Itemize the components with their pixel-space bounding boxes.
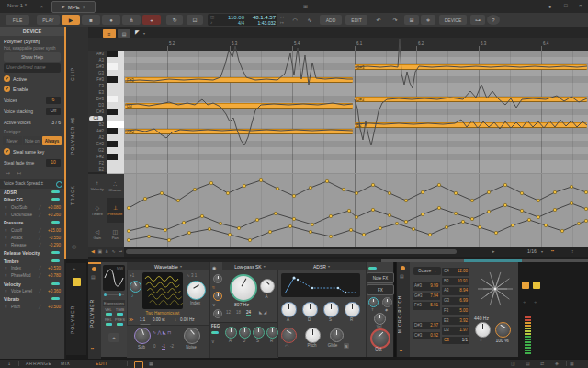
unison-icon[interactable]: ≫ xyxy=(129,316,133,322)
tab-track[interactable]: TRACK xyxy=(70,175,83,215)
mod-remove-icon[interactable]: × xyxy=(5,289,7,293)
osc-keytrack-icon[interactable]: ♪ xyxy=(131,293,134,298)
adsr-knob-A[interactable] xyxy=(281,302,297,317)
play-button[interactable]: ▶ xyxy=(62,15,80,25)
tempo-display[interactable]: 110.00 xyxy=(219,15,244,20)
status-right-icon-1[interactable]: ▤ xyxy=(526,361,530,366)
tuning-cell-A3[interactable]: A38.94 xyxy=(442,287,469,295)
position-bars-display[interactable]: 48.1.4.57 xyxy=(246,15,276,20)
pointer-tool-dropdown-icon[interactable]: ▾ xyxy=(143,31,145,36)
mod-amount-value[interactable]: +0.780 xyxy=(42,273,61,278)
expression-tab-chance[interactable]: ∴Chance xyxy=(107,174,125,198)
mod-curve-icon[interactable]: ╱ xyxy=(39,243,41,247)
edit-button[interactable]: EDIT xyxy=(345,15,368,25)
tuning-cell-C4[interactable]: C412.00 xyxy=(442,268,469,276)
automation-follow-icon[interactable]: ∿ xyxy=(303,15,316,25)
lane-tool-icon-4[interactable]: ↦ xyxy=(119,248,122,254)
view-button-mix[interactable]: MIX xyxy=(61,361,70,366)
unison-ratio[interactable]: 1:1 xyxy=(140,317,145,322)
fx-slot[interactable]: FX xyxy=(367,284,394,295)
expression-cell-pres[interactable]: PRES xyxy=(115,317,126,327)
note-G#3[interactable]: G#3 xyxy=(355,64,587,70)
single-panel-icon[interactable] xyxy=(134,361,143,368)
tab-track-name[interactable]: POLYMER #6 xyxy=(70,101,83,169)
feg-knob-S[interactable] xyxy=(253,327,265,339)
mod-remove-icon[interactable]: × xyxy=(5,273,7,278)
download-icon[interactable]: ↧ xyxy=(7,361,11,366)
chain-add-icon[interactable]: + xyxy=(73,266,76,271)
file-button[interactable]: FILE xyxy=(6,15,29,25)
editor-scrollbar-handle[interactable] xyxy=(126,249,457,254)
expression-cell-timb[interactable]: TIMB xyxy=(115,307,126,316)
stop-button[interactable]: ■ xyxy=(82,15,100,25)
piano-key-black-G#3[interactable] xyxy=(107,63,118,70)
modwheel-dot-a[interactable] xyxy=(104,293,107,296)
piano-key-E2[interactable] xyxy=(107,167,124,174)
env-shape-knob[interactable] xyxy=(281,328,297,343)
piano-key-black-C#3[interactable] xyxy=(107,109,118,115)
project-tab[interactable]: New 1 * xyxy=(7,3,27,8)
duplicate-button[interactable]: ⊞ xyxy=(404,15,419,25)
clip-tab[interactable]: ▶ MPE × xyxy=(51,1,96,13)
mod-amount-value[interactable]: +15.00 xyxy=(42,228,61,233)
mod-amount-value[interactable]: -0.550 xyxy=(42,236,61,240)
status-right-icon-0[interactable]: ◫ xyxy=(511,361,515,366)
mod-remove-icon[interactable]: × xyxy=(5,205,7,210)
position-time-display[interactable]: 1:43.032 xyxy=(246,20,276,26)
piano-key-black-F#3[interactable] xyxy=(107,76,118,83)
grid-value-dropdown-icon[interactable]: ▾ xyxy=(541,249,543,254)
jump-back-icon[interactable]: ↤ xyxy=(280,15,284,19)
tuning-cell-D#3[interactable]: D#32.97 xyxy=(413,322,440,330)
piano-key-black-A#3[interactable] xyxy=(107,51,118,57)
note-D3[interactable]: D3 xyxy=(125,103,353,109)
tuning-cell-G#3[interactable]: G#37.94 xyxy=(413,293,440,301)
mod-remove-icon[interactable]: × xyxy=(5,243,7,247)
window-dot-icon[interactable]: ● xyxy=(548,4,551,9)
retrigger-option-never[interactable]: Never xyxy=(3,136,22,145)
mod-curve-icon[interactable]: ╱ xyxy=(39,236,41,240)
mod-remove-icon[interactable]: × xyxy=(5,228,7,233)
mod-indicator[interactable] xyxy=(51,251,60,254)
note-F#3[interactable]: F#3 xyxy=(125,77,353,83)
mod-remove-icon[interactable]: × xyxy=(5,236,7,240)
play-menu-button[interactable]: PLAY xyxy=(37,15,60,25)
osc-pitch-knob[interactable] xyxy=(130,281,141,293)
expression-tab-pan[interactable]: ◫Pan xyxy=(107,223,125,247)
lane-tool-icon-3[interactable]: ∿ xyxy=(112,248,116,254)
expression-tab-gain[interactable]: ◁Gain xyxy=(88,223,107,247)
depth-knob[interactable] xyxy=(382,297,392,307)
out-knob[interactable] xyxy=(370,328,390,349)
punch-in-button[interactable]: + xyxy=(142,15,161,25)
mod-amount-value[interactable]: +0.260 xyxy=(42,213,61,217)
lane-tool-icon-1[interactable]: ▣ xyxy=(98,248,103,254)
jump-out-icon[interactable]: ↦ xyxy=(6,169,10,176)
filter-shape-knob[interactable] xyxy=(213,309,222,318)
tuning-cell-F3[interactable]: F35.00 xyxy=(442,307,469,316)
mod-amount-value[interactable]: +0.080 xyxy=(42,205,61,210)
pitch-knob[interactable] xyxy=(305,328,321,343)
mod-indicator[interactable] xyxy=(51,259,60,262)
mod-curve-icon[interactable]: ╱ xyxy=(39,273,41,278)
help-button[interactable]: ? xyxy=(487,15,500,25)
metronome-icon[interactable]: ♪ xyxy=(210,20,212,25)
mod-amount-value[interactable]: +0.530 xyxy=(42,266,61,270)
mix-knob[interactable] xyxy=(495,322,511,338)
tuning-cell-E3[interactable]: E33.92 xyxy=(442,317,469,326)
timeline-ruler[interactable] xyxy=(88,38,588,52)
pointer-tool-icon[interactable]: ◤ xyxy=(135,29,140,35)
grid-row-E2[interactable] xyxy=(124,167,588,174)
mod-amount-value[interactable]: +0.360 xyxy=(42,289,61,293)
feg-knob-R[interactable] xyxy=(266,327,278,339)
filter-drive-knob[interactable] xyxy=(213,292,222,301)
feg-knob-D[interactable] xyxy=(239,327,251,339)
polymer-remote-icons[interactable]: ▪▪ xyxy=(91,346,94,351)
osc-mode-icons[interactable]: ∿ 3 1 xyxy=(187,273,197,278)
note-B2[interactable]: B2 xyxy=(355,122,587,128)
arranger-record-icon[interactable]: ⋔ xyxy=(122,15,141,25)
snap-toggle-icon[interactable]: ▪▪ xyxy=(551,248,554,253)
settings-button[interactable]: ∗ xyxy=(421,15,435,25)
lane-tool-icon-0[interactable]: ◀ xyxy=(91,248,95,254)
adsr-header[interactable]: ADSR▾ xyxy=(277,262,366,270)
sub-octave--2[interactable]: -2 xyxy=(170,344,174,349)
piano-key-black-D#3[interactable] xyxy=(107,96,118,102)
